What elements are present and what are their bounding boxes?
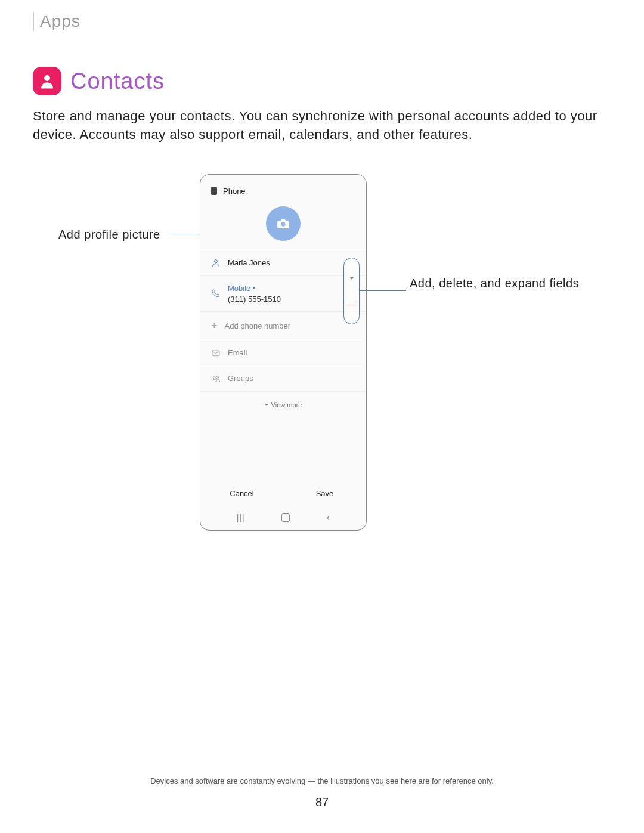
add-profile-picture-button[interactable] [266, 206, 301, 241]
svg-point-5 [216, 376, 219, 379]
svg-point-4 [213, 376, 215, 379]
save-button[interactable]: Save [283, 489, 366, 498]
name-value: Maria Jones [228, 258, 355, 267]
add-phone-label: Add phone number [225, 321, 355, 330]
description-text: Store and manage your contacts. You can … [33, 107, 611, 144]
recents-nav-icon[interactable]: ||| [237, 513, 245, 522]
svg-point-1 [281, 222, 285, 226]
title-row: Contacts [33, 67, 611, 95]
email-icon [211, 348, 221, 358]
camera-icon [277, 218, 290, 229]
back-nav-icon[interactable]: ‹ [327, 512, 330, 523]
phone-type-dropdown[interactable]: Mobile [228, 284, 355, 293]
delete-field-icon[interactable]: — [347, 299, 357, 310]
page-number: 87 [0, 795, 644, 809]
plus-icon: + [211, 320, 218, 332]
page-title: Contacts [70, 69, 165, 94]
phone-field[interactable]: Mobile (311) 555-1510 [200, 275, 366, 311]
svg-point-0 [44, 75, 50, 81]
callout-add-profile-picture: Add profile picture [58, 228, 160, 241]
groups-label: Groups [228, 374, 355, 383]
field-controls-highlight: — [343, 258, 360, 324]
chevron-down-icon [252, 287, 256, 289]
groups-field[interactable]: Groups [200, 366, 366, 391]
cancel-button[interactable]: Cancel [200, 489, 283, 498]
groups-icon [211, 374, 221, 383]
home-nav-icon[interactable] [281, 513, 290, 522]
person-icon [211, 258, 221, 268]
name-field[interactable]: Maria Jones [200, 250, 366, 275]
storage-label: Phone [223, 187, 246, 196]
add-phone-row[interactable]: + Add phone number [200, 311, 366, 340]
phone-mockup: Phone Maria Jones Mobile [200, 174, 367, 531]
email-field[interactable]: Email [200, 340, 366, 366]
figure: Add profile picture Phone Maria Jones [33, 174, 611, 556]
leader-line-right [360, 290, 406, 291]
section-header: Apps [33, 12, 611, 31]
phone-storage-icon [211, 187, 217, 195]
chevron-down-icon [265, 404, 268, 406]
phone-icon [211, 289, 221, 298]
contacts-app-icon [33, 67, 61, 95]
footnote: Devices and software are constantly evol… [0, 776, 644, 785]
android-nav-bar: ||| ‹ [200, 506, 366, 530]
email-label: Email [228, 348, 355, 357]
svg-point-2 [214, 259, 217, 262]
view-more-button[interactable]: View more [200, 391, 366, 418]
phone-number-value: (311) 555-1510 [228, 295, 355, 304]
storage-row: Phone [200, 175, 366, 202]
expand-field-icon[interactable] [349, 272, 354, 281]
callout-field-controls: Add, delete, and expand fields [410, 275, 579, 291]
